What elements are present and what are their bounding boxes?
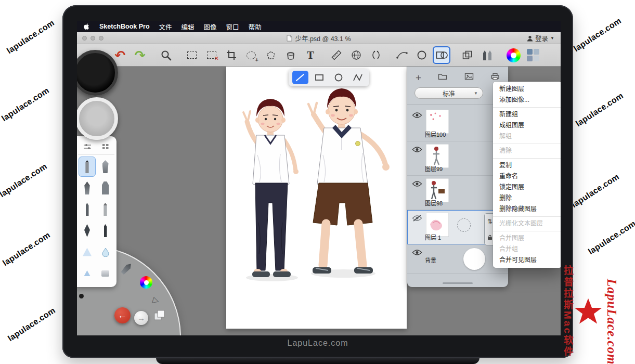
- zoom-window-button[interactable]: [99, 36, 103, 41]
- login-label: 登录: [535, 33, 548, 43]
- quick-redo-button[interactable]: →: [134, 311, 148, 325]
- layers-panel-header: +: [407, 71, 508, 84]
- printer-icon: [490, 73, 500, 80]
- menu-item-merge-visible-layers[interactable]: 合并可见图层: [493, 255, 561, 266]
- visibility-toggle[interactable]: [412, 180, 423, 188]
- color-wheel-tool[interactable]: [504, 46, 522, 64]
- droplet-icon: [102, 248, 109, 257]
- deselect-tool[interactable]: ✕: [203, 46, 221, 64]
- stroke-icon: [396, 51, 408, 59]
- brush-marker[interactable]: [97, 178, 114, 198]
- shape-toolbar: [289, 69, 369, 86]
- menu-image[interactable]: 图像: [204, 22, 217, 32]
- lagoon-layers-button[interactable]: [153, 309, 166, 321]
- polygon-select-tool[interactable]: [262, 46, 280, 64]
- menu-item-group-layers[interactable]: 成组图层: [493, 120, 561, 131]
- watermark-text: lapulace.com: [572, 16, 623, 54]
- line-shape-button[interactable]: [292, 71, 308, 84]
- brush-smudge[interactable]: [79, 263, 96, 283]
- menu-item-new-group[interactable]: 新建组: [493, 109, 561, 120]
- visibility-toggle[interactable]: [412, 146, 423, 154]
- brush-ballpoint[interactable]: [79, 199, 96, 219]
- brand-text: LapuLace.com: [288, 339, 348, 347]
- visibility-toggle[interactable]: [412, 111, 423, 120]
- add-layer-button[interactable]: +: [416, 73, 421, 83]
- stroke-tool[interactable]: [393, 46, 411, 64]
- menu-item-duplicate[interactable]: 复制: [493, 160, 561, 171]
- apple-menu[interactable]: [83, 23, 90, 30]
- menu-item-rename[interactable]: 重命名: [493, 171, 561, 182]
- visibility-toggle[interactable]: [412, 249, 423, 257]
- brush-eraser[interactable]: [97, 263, 114, 283]
- ruler-tool[interactable]: [328, 46, 345, 64]
- eye-icon: [412, 112, 422, 119]
- brush-wet[interactable]: [79, 242, 96, 262]
- menu-file[interactable]: 文件: [159, 22, 172, 32]
- panel-resize-handle[interactable]: [407, 279, 508, 287]
- export-button[interactable]: [490, 73, 500, 82]
- minimize-window-button[interactable]: [90, 36, 95, 41]
- color-wheel-icon: [144, 280, 149, 285]
- laptop-frame: SketchBook Pro 文件 编辑 图像 窗口 帮助 少年.psd @ 4…: [62, 5, 573, 358]
- zoom-tool[interactable]: [157, 46, 175, 64]
- menu-item-delete[interactable]: 删除: [493, 193, 561, 204]
- palette-tool[interactable]: [524, 46, 542, 64]
- symmetry-tool[interactable]: [367, 46, 385, 64]
- lock-icon: [487, 235, 493, 240]
- lasso-icon: [266, 50, 276, 60]
- brush-airbrush[interactable]: [97, 157, 114, 177]
- menu-help[interactable]: 帮助: [249, 22, 262, 32]
- brush-library-tool[interactable]: [478, 46, 496, 64]
- rect-select-tool[interactable]: [183, 46, 201, 64]
- brush-pencil[interactable]: [79, 157, 96, 177]
- login-button[interactable]: 登录 ▼: [527, 32, 554, 44]
- brush-settings-icon[interactable]: [83, 142, 92, 152]
- menu-item-add-image[interactable]: 添加图像...: [493, 95, 561, 106]
- shapes-tool[interactable]: [433, 46, 450, 64]
- add-image-button[interactable]: [464, 73, 474, 82]
- close-window-button[interactable]: [82, 36, 87, 41]
- brush-nib-pen[interactable]: [79, 220, 96, 241]
- menu-item-delete-hidden-layers[interactable]: 删除隐藏图层: [493, 204, 561, 215]
- blend-mode-dropdown[interactable]: 标准 ▼: [414, 87, 483, 99]
- menu-item-new-layer[interactable]: 新建图层: [493, 84, 561, 95]
- new-group-button[interactable]: [438, 73, 447, 82]
- ellipse-marquee-icon: +: [247, 51, 256, 59]
- polyline-shape-button[interactable]: [350, 71, 366, 84]
- magnifier-icon: [161, 50, 172, 61]
- brush-ink-pen[interactable]: [97, 220, 114, 241]
- rectangle-shape-button[interactable]: [312, 71, 328, 84]
- image-icon: [464, 73, 474, 80]
- redo-button[interactable]: ↷: [131, 46, 149, 64]
- brushes-icon: [482, 49, 493, 61]
- background-thumbnail: [463, 248, 485, 270]
- ellipse-select-tool[interactable]: +: [242, 46, 260, 64]
- quick-undo-button[interactable]: ←: [114, 307, 131, 323]
- text-tool[interactable]: T: [302, 46, 319, 64]
- duplicate-tool[interactable]: [459, 46, 476, 64]
- color-wheel-icon: [507, 48, 521, 62]
- brush-size-puck[interactable]: [77, 97, 118, 140]
- crop-tool[interactable]: [223, 46, 240, 64]
- canvas[interactable]: [226, 67, 407, 329]
- watermark-text: lapulace.com: [0, 162, 49, 199]
- artwork-two-boys: [226, 67, 407, 329]
- app-menu-title[interactable]: SketchBook Pro: [99, 23, 150, 30]
- watermark-text: lapulace.com: [570, 172, 621, 210]
- ellipse-shape-button[interactable]: [331, 71, 347, 84]
- paint-bucket-icon: [286, 50, 296, 60]
- fill-tool[interactable]: [282, 46, 300, 64]
- forward-arrow-icon: →: [137, 314, 145, 322]
- brush-graphite[interactable]: [97, 199, 114, 219]
- menu-item-lock-layer[interactable]: 锁定图层: [493, 182, 561, 193]
- menu-window[interactable]: 窗口: [226, 22, 239, 32]
- brush-grid-icon[interactable]: [102, 142, 109, 152]
- visibility-toggle[interactable]: [412, 214, 423, 223]
- palette-icon: [527, 49, 539, 61]
- brush-paintbrush[interactable]: [79, 178, 96, 198]
- lagoon-color-button[interactable]: [140, 276, 152, 289]
- ellipse-tool[interactable]: [413, 46, 431, 64]
- menu-edit[interactable]: 编辑: [182, 22, 195, 32]
- perspective-tool[interactable]: [347, 46, 365, 64]
- brush-water-drop[interactable]: [97, 242, 114, 262]
